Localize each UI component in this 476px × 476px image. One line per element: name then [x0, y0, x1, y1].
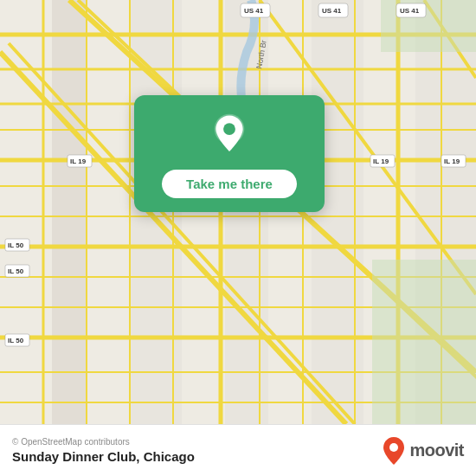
svg-text:US 41: US 41 — [400, 7, 420, 15]
location-name: Sunday Dinner Club, Chicago — [12, 449, 382, 464]
map-container: US 41 US 41 US 41 IL 19 IL 19 IL 19 IL 1… — [0, 0, 476, 424]
svg-point-65 — [223, 123, 235, 135]
location-info: © OpenStreetMap contributors Sunday Dinn… — [12, 437, 382, 464]
svg-text:IL 19: IL 19 — [70, 158, 87, 165]
moovit-logo: moovit — [382, 436, 464, 466]
map-svg: US 41 US 41 US 41 IL 19 IL 19 IL 19 IL 1… — [0, 0, 476, 424]
popup-card: Take me there — [134, 95, 325, 212]
svg-rect-41 — [372, 260, 476, 424]
svg-text:US 41: US 41 — [244, 7, 264, 15]
svg-point-66 — [389, 443, 398, 452]
svg-rect-2 — [52, 0, 87, 424]
svg-rect-40 — [381, 0, 476, 52]
moovit-pin-icon — [382, 436, 406, 466]
moovit-text: moovit — [409, 441, 464, 460]
osm-attribution: © OpenStreetMap contributors — [12, 437, 382, 447]
svg-text:IL 50: IL 50 — [8, 241, 24, 249]
svg-text:IL 19: IL 19 — [373, 158, 389, 165]
location-pin-icon — [207, 113, 252, 158]
svg-text:US 41: US 41 — [322, 7, 342, 15]
svg-text:IL 50: IL 50 — [8, 337, 24, 344]
svg-text:IL 50: IL 50 — [8, 267, 24, 275]
take-me-there-button[interactable]: Take me there — [162, 170, 297, 198]
bottom-bar: © OpenStreetMap contributors Sunday Dinn… — [0, 424, 476, 476]
svg-text:IL 19: IL 19 — [444, 158, 460, 165]
svg-rect-3 — [87, 0, 130, 424]
